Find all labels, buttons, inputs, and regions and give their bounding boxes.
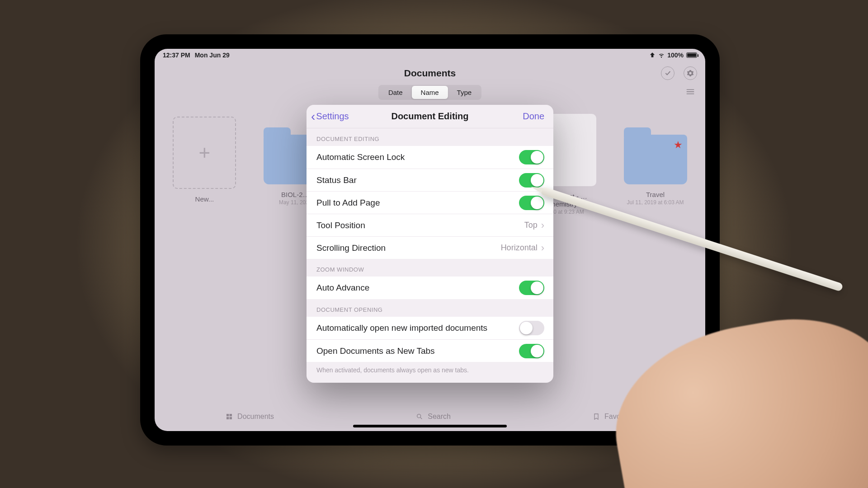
setting-value: Horizontal (501, 243, 538, 253)
setting-label: Status Bar (316, 175, 357, 185)
setting-row-auto_open_imports[interactable]: Automatically open new imported document… (307, 317, 553, 339)
ipad-screen: 12:37 PM Mon Jun 29 100% Documents (155, 49, 705, 431)
modal-header: ‹ Settings Document Editing Done (307, 105, 553, 128)
setting-row-pull_add_page[interactable]: Pull to Add Page (307, 191, 553, 214)
section-header: ZOOM WINDOW (307, 259, 553, 277)
setting-label: Automatically open new imported document… (316, 323, 487, 333)
ipad-device-frame: 12:37 PM Mon Jun 29 100% Documents (140, 34, 720, 446)
setting-row-status_bar[interactable]: Status Bar (307, 169, 553, 191)
setting-label: Scrolling Direction (316, 243, 386, 253)
toggle-open_as_tabs[interactable] (519, 344, 544, 358)
chevron-right-icon: › (541, 220, 544, 231)
setting-label: Open Documents as New Tabs (316, 346, 435, 356)
chevron-left-icon: ‹ (311, 110, 315, 123)
setting-label: Tool Position (316, 221, 365, 230)
setting-row-tool_position[interactable]: Tool PositionTop› (307, 214, 553, 236)
chevron-right-icon: › (541, 242, 544, 254)
settings-group: Automatically open new imported document… (307, 317, 553, 362)
toggle-auto_advance[interactable] (519, 281, 544, 295)
settings-group: Auto Advance (307, 277, 553, 299)
back-label: Settings (316, 111, 349, 122)
toggle-pull_add_page[interactable] (519, 196, 544, 210)
section-header: DOCUMENT OPENING (307, 299, 553, 317)
toggle-auto_open_imports[interactable] (519, 321, 544, 335)
document-editing-modal: ‹ Settings Document Editing Done DOCUMEN… (307, 105, 553, 383)
setting-row-auto_screen_lock[interactable]: Automatic Screen Lock (307, 146, 553, 169)
setting-value: Top (524, 221, 538, 230)
setting-row-auto_advance[interactable]: Auto Advance (307, 277, 553, 299)
done-button[interactable]: Done (523, 111, 544, 122)
settings-group: Automatic Screen LockStatus BarPull to A… (307, 146, 553, 259)
toggle-auto_screen_lock[interactable] (519, 150, 544, 164)
setting-label: Auto Advance (316, 283, 369, 293)
back-button[interactable]: ‹ Settings (311, 110, 349, 123)
setting-label: Pull to Add Page (316, 198, 380, 208)
setting-row-open_as_tabs[interactable]: Open Documents as New Tabs (307, 339, 553, 362)
setting-row-scroll_direction[interactable]: Scrolling DirectionHorizontal› (307, 236, 553, 259)
section-footnote: When activated, documents always open as… (307, 362, 553, 374)
modal-title: Document Editing (391, 111, 468, 122)
setting-label: Automatic Screen Lock (316, 152, 405, 162)
section-header: DOCUMENT EDITING (307, 128, 553, 146)
